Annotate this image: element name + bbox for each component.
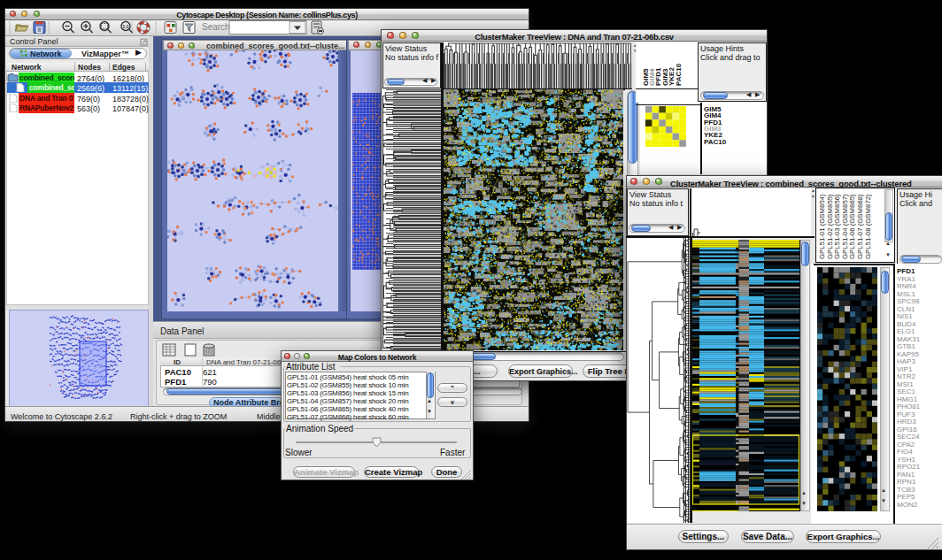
svg-text:Search:: Search:	[202, 22, 232, 32]
svg-text:1:1: 1:1	[122, 24, 128, 29]
svg-text:GPL51-08 (GSM872): GPL51-08 (GSM872)	[864, 194, 872, 259]
svg-text:PAC10: PAC10	[675, 63, 683, 86]
